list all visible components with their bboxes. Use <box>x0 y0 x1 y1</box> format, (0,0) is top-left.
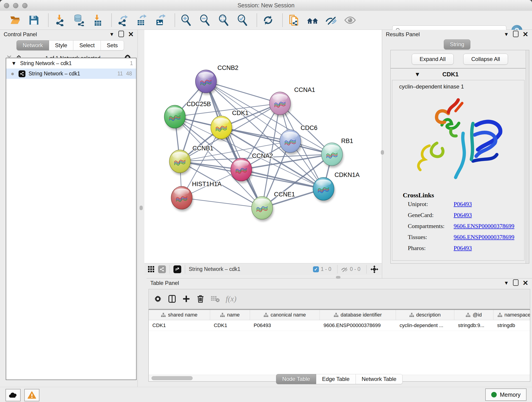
column-header-label: name <box>227 312 240 318</box>
node-table: shared namenamecanonical namedatabase id… <box>148 309 530 382</box>
edge-HIST1H1A-CCNE1[interactable] <box>182 198 262 208</box>
table-cell: P06493 <box>250 320 320 331</box>
crosslink-link[interactable]: P06493 <box>454 212 472 219</box>
table-panel-float-icon[interactable] <box>513 279 519 287</box>
table-tabs: Node TableEdge TableNetwork Table <box>147 374 532 384</box>
collection-count: 1 <box>130 60 133 66</box>
entry-collapse-icon[interactable]: ▼ <box>414 71 420 78</box>
node-CDC6[interactable]: CDC6 <box>280 124 317 155</box>
column-header-sharedname[interactable]: shared name <box>149 310 210 320</box>
splitter-handle-left[interactable] <box>139 206 143 210</box>
memory-button[interactable]: Memory <box>485 389 526 401</box>
node-label: HIST1H1A <box>192 181 222 187</box>
show-columns-icon[interactable] <box>168 295 176 303</box>
collapse-all-button[interactable]: Collapse All <box>463 54 508 65</box>
collection-expand-icon[interactable]: ▼ <box>11 60 17 66</box>
node-CCNB2[interactable]: CCNB2 <box>196 64 239 95</box>
column-header-databaseidentifier[interactable]: database identifier <box>320 310 396 320</box>
add-column-icon[interactable] <box>182 295 190 303</box>
results-panel-menu-icon[interactable]: ▼ <box>504 32 509 37</box>
column-header-label: shared name <box>168 312 197 318</box>
window-title: Session: New Session <box>0 0 532 11</box>
expand-all-button[interactable]: Expand All <box>412 54 454 65</box>
column-header-canonicalname[interactable]: canonical name <box>250 310 320 320</box>
tab-sets[interactable]: Sets <box>101 40 124 51</box>
crosslink-link[interactable]: P06493 <box>454 245 472 252</box>
hide-selected-icon[interactable] <box>325 14 337 26</box>
title-bar: Session: New Session <box>0 0 532 11</box>
tab-network[interactable]: Network <box>17 40 49 51</box>
warnings-button[interactable] <box>24 389 39 401</box>
node-HIST1H1A[interactable]: HIST1H1A <box>171 181 222 211</box>
zoom-out-icon[interactable] <box>199 14 211 26</box>
tab-network-table[interactable]: Network Table <box>356 374 403 384</box>
tab-node-table[interactable]: Node Table <box>276 374 316 384</box>
node-CDC25B[interactable]: CDC25B <box>164 101 211 130</box>
results-panel-float-icon[interactable] <box>513 31 519 38</box>
crosslink-link[interactable]: 9606.ENSP00000378699 <box>454 223 514 230</box>
results-panel-close-icon[interactable]: ✕ <box>523 31 528 38</box>
column-type-icon <box>334 313 338 317</box>
crosslink-link[interactable]: 9606.ENSP00000378699 <box>454 234 514 241</box>
string-panel-icon[interactable] <box>158 265 166 273</box>
results-scrollbar[interactable] <box>526 50 529 263</box>
zoom-selected-icon[interactable] <box>236 14 248 26</box>
column-header-description[interactable]: description <box>396 310 454 320</box>
network-name: String Network – cdk1 <box>29 70 80 77</box>
network-collection-row[interactable]: ▼ String Network – cdk1 1 <box>6 58 136 69</box>
delete-column-icon[interactable] <box>196 295 205 303</box>
edge-CCNB2-CCNE1[interactable] <box>206 81 262 208</box>
cloud-status-button[interactable] <box>6 389 21 401</box>
network-row-selected[interactable]: ● String Network – cdk1 11 48 <box>6 69 136 79</box>
save-session-icon[interactable] <box>28 14 40 26</box>
tab-edge-table[interactable]: Edge Table <box>316 374 356 384</box>
node-label: CCNB1 <box>192 145 214 152</box>
tab-style[interactable]: Style <box>49 40 73 51</box>
selected-checkbox-icon[interactable]: ✓ <box>313 266 319 272</box>
control-panel-float-icon[interactable] <box>119 31 124 38</box>
first-neighbors-icon[interactable] <box>307 14 318 26</box>
export-table-icon[interactable] <box>136 14 147 26</box>
import-network-from-database-icon[interactable] <box>72 14 84 26</box>
hidden-eye-icon[interactable] <box>341 266 348 273</box>
network-canvas[interactable]: CCNB2CCNA1CDC25BCDK1CDC6RB1CCNB1CCNA2CDK… <box>144 30 382 263</box>
column-header-id[interactable]: @id <box>454 310 494 320</box>
table-row[interactable]: CDK1CDK1P064939606.ENSP00000378699cyclin… <box>149 320 530 331</box>
node-CCNE1[interactable]: CCNE1 <box>252 191 295 221</box>
table-panel-menu-icon[interactable]: ▼ <box>504 281 509 286</box>
table-options-gear-icon[interactable] <box>154 295 162 303</box>
new-network-from-selection-icon[interactable] <box>288 14 300 26</box>
control-panel-close-icon[interactable]: ✕ <box>128 31 134 38</box>
pan-crosshair-icon[interactable] <box>370 265 379 274</box>
column-type-icon <box>264 313 268 317</box>
splitter-handle-right[interactable] <box>381 150 384 155</box>
node-CDKN1A[interactable]: CDKN1A <box>313 172 360 202</box>
import-network-from-file-icon[interactable] <box>54 14 65 26</box>
apply-layout-icon[interactable] <box>262 14 274 26</box>
table-panel-close-icon[interactable]: ✕ <box>523 280 528 287</box>
tab-select[interactable]: Select <box>73 40 101 51</box>
protein-structure-image <box>409 94 507 186</box>
birds-eye-view-icon[interactable] <box>147 266 155 273</box>
crosslink-link[interactable]: P06493 <box>454 201 472 208</box>
column-header-name[interactable]: name <box>210 310 250 320</box>
open-session-icon[interactable] <box>9 14 21 26</box>
show-all-icon[interactable] <box>344 14 356 26</box>
edge-CCNA2-CDKN1A[interactable] <box>241 170 323 189</box>
splitter-handle-bottom[interactable] <box>336 276 341 279</box>
network-graph[interactable]: CCNB2CCNA1CDC25BCDK1CDC6RB1CCNB1CCNA2CDK… <box>144 30 382 263</box>
zoom-in-icon[interactable] <box>180 14 192 26</box>
node-gloss <box>167 107 182 114</box>
column-header-namespace[interactable]: namespace <box>494 310 530 320</box>
table-header-row: shared namenamecanonical namedatabase id… <box>149 310 530 320</box>
function-builder-icon: f(x) <box>226 294 236 303</box>
node-CCNA1[interactable]: CCNA1 <box>269 86 315 117</box>
open-in-window-icon[interactable] <box>173 265 181 273</box>
zoom-fit-icon[interactable] <box>218 14 230 26</box>
import-table-from-file-icon[interactable] <box>91 14 103 26</box>
control-panel-menu-icon[interactable]: ▼ <box>109 32 114 37</box>
export-image-icon[interactable] <box>154 14 166 26</box>
tab-string[interactable]: String <box>444 39 471 50</box>
export-network-icon[interactable] <box>117 14 129 26</box>
node-RB1[interactable]: RB1 <box>322 138 353 168</box>
